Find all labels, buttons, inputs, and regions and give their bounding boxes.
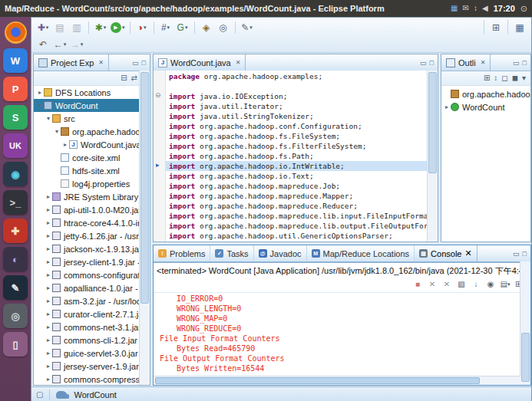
tree-expander-icon[interactable]: ▸ (45, 193, 52, 200)
maximize-button[interactable]: □ (523, 59, 527, 67)
firefox-launcher[interactable] (3, 20, 28, 44)
tree-expander-icon[interactable]: ▸ (45, 363, 52, 370)
link-with-editor-button[interactable]: ⇄ (131, 74, 137, 82)
maximize-button[interactable]: □ (142, 59, 146, 67)
last-edit-location-button[interactable]: ↶ (35, 38, 51, 52)
tree-item-jre-system-library-j2[interactable]: ▸JRE System Library [J2 (34, 190, 140, 203)
debug-button[interactable]: ✱▾ (92, 21, 109, 35)
remove-launch-button[interactable]: ✕ (426, 278, 438, 291)
scroll-lock-button[interactable]: ↓ (470, 278, 482, 291)
editor-scroll-thumb[interactable] (428, 72, 437, 173)
forward-history-button[interactable]: →▾ (68, 38, 85, 52)
screenshot-launcher[interactable]: ◎ (3, 304, 28, 328)
tree-item-asm-3-2-jar-usr-local[interactable]: ▸asm-3.2.jar - /usr/local/ (34, 294, 140, 307)
fast-view-icon[interactable]: ▢ (36, 390, 43, 399)
hide-static-button[interactable]: ◼ (512, 74, 518, 82)
display-selected-console-button[interactable]: ▤▾ (499, 278, 511, 291)
wps-presentation-launcher[interactable]: P (3, 77, 28, 101)
tree-item-jersey-server-1-9-jar[interactable]: ▸jersey-server-1.9.jar - (34, 360, 140, 373)
code-line[interactable]: import org.apache.hadoop.fs.Path; (169, 151, 428, 161)
ubuntu-kylin-software-launcher[interactable]: UK (3, 133, 28, 158)
minimize-button[interactable]: ▭ (132, 59, 139, 67)
tree-expander-icon[interactable]: ▸ (45, 324, 52, 330)
clear-console-button[interactable]: ▧ (455, 278, 468, 291)
tree-item-dfs-locations[interactable]: ▸DFS Locations (34, 86, 140, 99)
mapreduce-perspective-button[interactable]: ▦ (507, 20, 528, 35)
tree-item-hdfs-site-xml[interactable]: hdfs-site.xml (34, 164, 140, 177)
tree-expander-icon[interactable]: ▸ (45, 271, 52, 278)
terminal-launcher[interactable]: >_ (3, 190, 28, 215)
maximize-button[interactable]: □ (430, 59, 434, 67)
trash-launcher[interactable]: ▯ (3, 332, 28, 357)
tab-project-explorer[interactable]: Project Exp ✕ (34, 54, 109, 71)
open-element-button[interactable]: ◈ (198, 21, 215, 35)
tree-item-core-site-xml[interactable]: core-site.xml (34, 151, 140, 164)
tree-expander-icon[interactable]: ▾ (53, 128, 61, 135)
code-line[interactable]: import org.apache.hadoop.io.Text; (169, 171, 428, 181)
minimize-button[interactable]: ▭ (513, 59, 520, 67)
tree-expander-icon[interactable]: ▸ (45, 245, 52, 252)
network-icon[interactable]: ↕ (474, 5, 477, 12)
tree-item-api-util-1-0-0-m20-jar[interactable]: ▸api-util-1.0.0-M20.jar - (34, 203, 140, 216)
volume-icon[interactable]: ◀ (482, 5, 488, 12)
tree-item-aopalliance-1-0-jar-us[interactable]: ▸aopalliance-1.0.jar - /us (34, 281, 140, 294)
tree-item-wordcount-java[interactable]: ▸JWordCount.java (34, 138, 140, 151)
close-icon[interactable]: ✕ (464, 248, 471, 258)
code-line[interactable]: import java.util.StringTokenizer; (169, 111, 428, 121)
wps-writer-launcher[interactable]: W (3, 48, 28, 73)
tree-item-commons-configuratio[interactable]: ▸commons-configuratio (34, 268, 140, 281)
tree-expander-icon[interactable]: ▸ (36, 89, 44, 96)
new-mapreduce-project-button[interactable]: #▾ (157, 21, 174, 35)
tree-item-wordcount[interactable]: ▾WordCount (34, 99, 140, 112)
console-scrollbar[interactable] (520, 261, 530, 385)
code-line[interactable]: import org.apache.hadoop.fs.FileSystem; (169, 131, 428, 141)
tab-console[interactable]: ▤Console✕ (415, 245, 477, 261)
minimize-button[interactable]: ▭ (513, 250, 520, 258)
tree-expander-icon[interactable]: ▸ (45, 376, 52, 383)
tree-item-guice-servlet-3-0-jar[interactable]: ▸guice-servlet-3.0.jar -/ (34, 347, 140, 360)
tree-item-org-apache-hadoop-e[interactable]: ▾org.apache.hadoop.e (34, 125, 140, 138)
code-line[interactable]: import org.apache.hadoop.mapreduce.Reduc… (169, 201, 428, 211)
back-history-button[interactable]: ←▾ (51, 38, 68, 52)
pin-console-button[interactable]: ◉ (484, 278, 497, 291)
open-perspective-button[interactable]: ⊞ (484, 20, 504, 35)
tree-expander-icon[interactable]: ▸ (45, 311, 52, 317)
code-area[interactable]: package org.apache.hadoop.examples; impo… (166, 71, 428, 242)
code-line[interactable]: import java.io.IOException; (169, 91, 428, 101)
coverage-button[interactable]: ◑▾ (134, 21, 150, 35)
tab-tasks[interactable]: ✓Tasks (210, 245, 253, 261)
terminate-button[interactable]: ■ (411, 278, 424, 291)
console-hscrollbar[interactable] (154, 376, 520, 385)
ide-launcher[interactable]: ✎ (3, 275, 28, 300)
close-icon[interactable]: ✕ (481, 59, 486, 66)
new-generic-button[interactable]: G▾ (174, 21, 191, 35)
code-line[interactable]: import org.apache.hadoop.mapreduce.Mappe… (169, 191, 428, 201)
tree-item-src[interactable]: ▾src (34, 112, 140, 125)
tree-item-jersey-client-1-9-jar[interactable]: ▸jersey-client-1.9.jar - / (34, 255, 140, 268)
maximize-button[interactable]: □ (523, 250, 527, 258)
outline-expander-icon[interactable]: ▸ (443, 104, 451, 110)
tree-expander-icon[interactable]: ▸ (45, 206, 52, 213)
editor-scrollbar[interactable] (427, 71, 438, 242)
close-icon[interactable]: ✕ (236, 59, 241, 66)
tab-wordcount-java[interactable]: J WordCount.java ✕ (154, 54, 246, 71)
search-button[interactable]: ◎ (215, 21, 232, 35)
run-button[interactable]: ▶▾ (109, 21, 127, 35)
tree-item-commons-net-3-1-jar[interactable]: ▸commons-net-3.1.jar - (34, 320, 140, 334)
eclipse-launcher[interactable]: ◐ (3, 247, 28, 271)
explorer-scrollbar[interactable] (139, 71, 150, 385)
save-button[interactable]: ▤ (51, 21, 68, 35)
tree-item-commons-compress-1[interactable]: ▸commons-compress-1 (34, 373, 140, 385)
view-menu-button[interactable]: ▾ (522, 74, 526, 82)
tree-item-curator-client-2-7-1-jar[interactable]: ▸curator-client-2.7.1.jar (34, 307, 140, 320)
minimize-button[interactable]: ▭ (420, 59, 427, 67)
tree-item-commons-cli-1-2-jar[interactable]: ▸commons-cli-1.2.jar - / (34, 334, 140, 347)
tree-expander-icon[interactable]: ▾ (45, 115, 52, 122)
tab-outline[interactable]: Outli ✕ (441, 54, 491, 71)
console-output[interactable]: IO_ERROR=0WRONG_LENGTH=0WRONG_MAP=0WRONG… (154, 293, 520, 376)
outline-item-org-apache-hadoo[interactable]: org.apache.hadoo (443, 87, 530, 100)
code-line[interactable]: import java.util.Iterator; (169, 101, 428, 111)
code-line[interactable]: import org.apache.hadoop.fs.FilterFileSy… (169, 141, 428, 151)
tree-expander-icon[interactable]: ▸ (45, 232, 52, 239)
tree-expander-icon[interactable]: ▸ (45, 297, 52, 304)
